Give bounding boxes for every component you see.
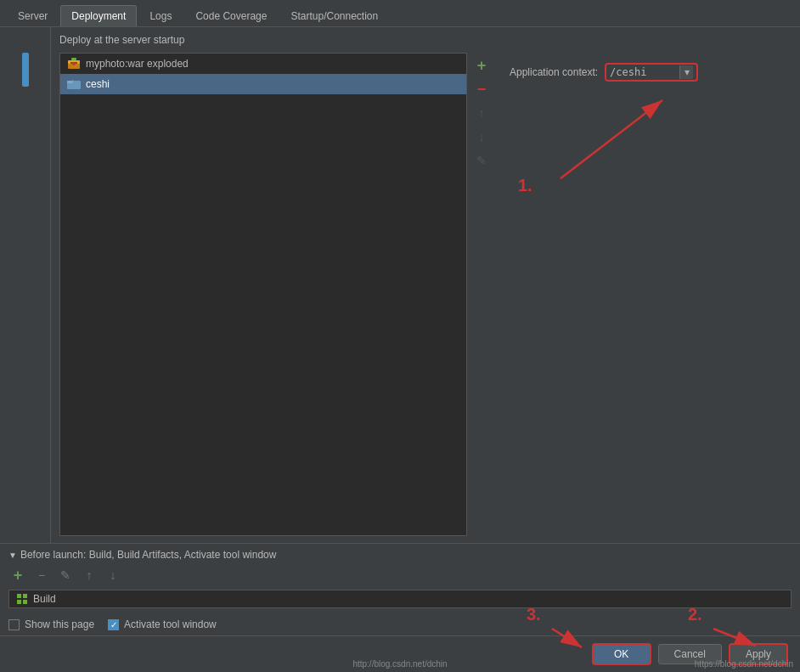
app-context-dropdown-btn[interactable]: ▾ [679,65,693,79]
app-context-panel: Application context: ▾ [496,53,792,536]
artifact-actions: + − ↑ ↓ ✎ [467,53,496,536]
folder-icon [67,77,81,91]
war-icon [67,57,81,71]
tab-deployment[interactable]: Deployment [60,5,137,26]
watermark-right: https://blog.csdn.net/dchin [695,659,793,669]
tab-code-coverage[interactable]: Code Coverage [184,5,278,26]
watermark-left: http://blog.csdn.net/dchin [352,659,447,669]
remove-artifact-button[interactable]: − [472,80,491,99]
build-item: Build [9,590,791,607]
show-this-page-label: Show this page [25,618,94,630]
ok-button[interactable]: OK [592,643,651,665]
app-context-input-wrap: ▾ [605,63,698,82]
before-launch-toolbar: + − ✎ ↑ ↓ [8,566,792,584]
tab-server[interactable]: Server [7,5,59,26]
move-down-button[interactable]: ↓ [472,127,491,146]
artifact-item-ceshi[interactable]: ceshi [60,74,466,94]
move-up-button[interactable]: ↑ [472,104,491,122]
svg-rect-4 [71,58,76,60]
svg-marker-7 [67,79,73,81]
app-context-input[interactable] [610,66,678,78]
svg-point-3 [72,62,76,65]
build-icon [16,593,28,605]
add-launch-button[interactable]: + [8,566,27,584]
move-launch-down-button[interactable]: ↓ [104,566,122,584]
show-this-page-checkbox[interactable] [8,619,20,630]
svg-rect-11 [23,600,27,604]
collapse-icon[interactable]: ▼ [8,551,17,560]
before-launch-label: Before launch: Build, Build Artifacts, A… [20,549,277,561]
before-launch-section: ▼ Before launch: Build, Build Artifacts,… [0,543,800,613]
remove-launch-button[interactable]: − [32,566,51,584]
before-launch-list: Build [8,590,792,608]
build-label: Build [33,593,56,605]
show-this-page-item[interactable]: Show this page [8,618,94,630]
move-launch-up-button[interactable]: ↑ [80,566,99,584]
add-artifact-button[interactable]: + [472,56,491,75]
activate-tool-window-checkbox[interactable] [108,619,119,630]
app-context-label: Application context: [510,66,598,78]
activate-tool-window-label: Activate tool window [124,618,217,630]
tab-startup-connection[interactable]: Startup/Connection [279,5,389,26]
activate-tool-window-item[interactable]: Activate tool window [108,618,217,630]
artifact-list: myphoto:war exploded ceshi [59,53,467,536]
tabs-bar: Server Deployment Logs Code Coverage Sta… [0,0,800,27]
deploy-header: Deploy at the server startup [59,34,792,46]
artifact-war-label: myphoto:war exploded [86,58,189,70]
artifact-item-war[interactable]: myphoto:war exploded [60,54,466,74]
svg-rect-6 [67,81,73,83]
svg-rect-8 [17,594,21,598]
svg-rect-10 [17,600,21,604]
deploy-section: Deploy at the server startup [51,27,800,543]
tab-logs[interactable]: Logs [138,5,183,26]
svg-rect-9 [23,594,27,598]
left-strip [0,27,51,543]
artifact-ceshi-label: ceshi [86,78,110,90]
bottom-options: Show this page Activate tool window [0,613,800,635]
edit-artifact-button[interactable]: ✎ [472,151,491,170]
before-launch-header: ▼ Before launch: Build, Build Artifacts,… [8,549,792,561]
edit-launch-button[interactable]: ✎ [56,566,75,584]
